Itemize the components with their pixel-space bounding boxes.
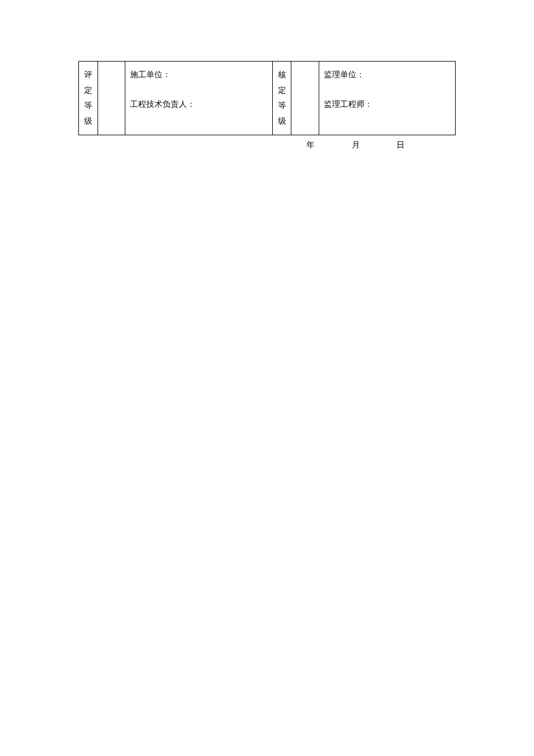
vertical-char: 评: [82, 67, 94, 83]
date-year-label: 年: [306, 141, 315, 149]
evaluation-grade-value-cell[interactable]: [98, 62, 125, 135]
date-line: 年 月 日: [78, 140, 456, 150]
supervision-unit-label: 监理单位：: [324, 67, 450, 83]
evaluation-grade-label-cell: 评 定 等 级: [79, 62, 98, 135]
technical-lead-label: 工程技术负责人：: [130, 97, 268, 113]
form-container: 评 定 等 级 施工单位： 工程技术负责人： 核 定 等 级 监理单位： 监理工…: [78, 61, 456, 150]
supervision-engineer-label: 监理工程师：: [324, 97, 450, 113]
table-row: 评 定 等 级 施工单位： 工程技术负责人： 核 定 等 级 监理单位： 监理工…: [79, 62, 456, 135]
verification-grade-value-cell[interactable]: [291, 62, 319, 135]
verification-grade-label-cell: 核 定 等 级: [272, 62, 291, 135]
vertical-char: 等: [276, 98, 288, 114]
vertical-char: 级: [276, 114, 288, 129]
construction-unit-label: 施工单位：: [130, 67, 268, 83]
construction-unit-cell[interactable]: 施工单位： 工程技术负责人：: [125, 62, 272, 135]
vertical-char: 级: [82, 114, 94, 129]
vertical-char: 定: [82, 83, 94, 99]
vertical-char: 核: [276, 67, 288, 83]
signature-table: 评 定 等 级 施工单位： 工程技术负责人： 核 定 等 级 监理单位： 监理工…: [78, 61, 456, 135]
supervision-unit-cell[interactable]: 监理单位： 监理工程师：: [319, 62, 455, 135]
date-day-label: 日: [396, 140, 405, 150]
vertical-char: 定: [276, 83, 288, 99]
date-month-label: 月: [352, 140, 360, 150]
vertical-char: 等: [82, 98, 94, 114]
